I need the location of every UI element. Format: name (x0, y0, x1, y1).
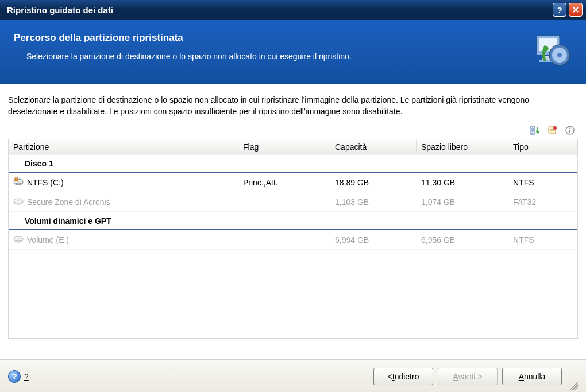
group-volumi: Volumi dinamici e GPT (9, 212, 577, 230)
row-free: 6,956 GB (417, 233, 508, 247)
close-icon (572, 6, 579, 13)
title-bar: Ripristino guidato dei dati ? (0, 0, 586, 20)
titlebar-buttons: ? (553, 3, 583, 17)
banner-subtitle: Selezionare la partizione di destinazion… (14, 52, 522, 61)
svg-rect-15 (569, 130, 570, 133)
description-text: Selezionare la partizione di destinazion… (8, 95, 578, 117)
row-cap: 18,89 GB (330, 176, 417, 189)
svg-point-25 (17, 238, 20, 239)
table-header: Partizione Flag Capacità Spazio libero T… (9, 139, 577, 154)
help-link-label: ? (24, 372, 29, 381)
col-spazio[interactable]: Spazio libero (417, 140, 508, 154)
info-icon (565, 125, 575, 135)
svg-text:Z: Z (531, 131, 534, 134)
col-partizione[interactable]: Partizione (9, 140, 238, 154)
disk-icon (13, 235, 25, 243)
partition-table: Partizione Flag Capacità Spazio libero T… (8, 139, 578, 339)
disk-icon (13, 197, 25, 205)
group-label: Volumi dinamici e GPT (25, 216, 111, 226)
help-link[interactable]: ? ? (8, 370, 29, 383)
titlebar-help-button[interactable]: ? (553, 3, 566, 17)
cancel-button[interactable]: Annulla (502, 368, 562, 385)
svg-point-22 (17, 200, 20, 201)
banner: Percorso della partizione ripristinata S… (0, 20, 586, 84)
titlebar-close-button[interactable] (569, 3, 583, 17)
row-name: Secure Zone di Acronis (27, 197, 110, 207)
back-button[interactable]: < Indietro (373, 368, 433, 385)
col-flag[interactable]: Flag (238, 140, 330, 154)
row-tipo: NTFS (508, 233, 577, 247)
content-area: Selezionare la partizione di destinazion… (0, 84, 586, 360)
row-tipo: NTFS (508, 176, 577, 189)
toolbar: A Z (8, 124, 578, 137)
row-flag (238, 238, 330, 242)
group-label: Disco 1 (25, 159, 53, 168)
svg-point-6 (557, 53, 562, 57)
properties-button[interactable] (546, 124, 560, 137)
sort-button[interactable]: A Z (529, 124, 542, 137)
svg-point-14 (569, 127, 570, 129)
table-body: Disco 1 NTFS (C:) Princ.,Att. 18,89 GB 1… (9, 154, 577, 338)
banner-title: Percorso della partizione ripristinata (14, 32, 522, 44)
row-tipo: FAT32 (508, 195, 577, 209)
table-row: Secure Zone di Acronis 1,103 GB 1,074 GB… (9, 192, 577, 212)
properties-icon (548, 125, 558, 135)
row-name: NTFS (C:) (27, 178, 64, 187)
help-icon: ? (8, 370, 21, 383)
row-flag (238, 200, 330, 204)
banner-text: Percorso della partizione ripristinata S… (14, 30, 522, 61)
table-row[interactable]: NTFS (C:) Princ.,Att. 18,89 GB 11,30 GB … (9, 173, 577, 192)
info-button[interactable] (563, 124, 577, 137)
restore-icon (533, 31, 572, 70)
svg-text:A: A (531, 126, 534, 130)
row-cap: 1,103 GB (330, 195, 417, 209)
resize-grip[interactable] (568, 379, 578, 390)
row-name: Volume (E:) (27, 235, 69, 244)
row-free: 1,074 GB (417, 195, 508, 209)
svg-point-12 (553, 126, 557, 130)
table-row: Volume (E:) 6,994 GB 6,956 GB NTFS (9, 230, 577, 250)
row-flag: Princ.,Att. (238, 176, 330, 189)
col-tipo[interactable]: Tipo (508, 140, 577, 154)
footer: ? ? < Indietro Avanti > Annulla (0, 360, 586, 392)
col-capacita[interactable]: Capacità (330, 140, 417, 154)
svg-rect-19 (15, 178, 18, 181)
disk-icon (13, 177, 25, 185)
next-button: Avanti > (438, 368, 498, 385)
row-free: 11,30 GB (417, 176, 508, 189)
group-disco1: Disco 1 (9, 154, 577, 173)
sort-icon: A Z (530, 125, 541, 135)
window-title: Ripristino guidato dei dati (7, 5, 553, 15)
row-cap: 6,994 GB (330, 233, 417, 247)
